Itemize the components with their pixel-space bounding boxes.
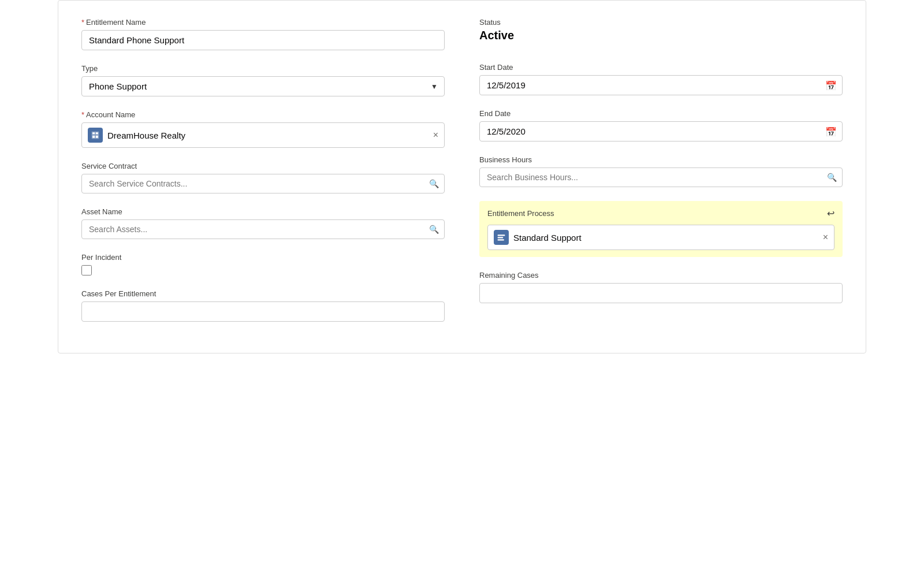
entitlement-process-label-row: Entitlement Process ↩ bbox=[487, 208, 834, 219]
right-column: Status Active Start Date 📅 End Date 📅 bbox=[479, 18, 843, 336]
required-star-2: * bbox=[81, 110, 84, 119]
service-contract-input[interactable] bbox=[81, 174, 445, 193]
type-select-wrapper: Phone Support Web Support Email Support … bbox=[81, 76, 445, 96]
left-column: *Entitlement Name Type Phone Support Web… bbox=[81, 18, 445, 336]
end-date-input[interactable] bbox=[479, 121, 843, 142]
svg-rect-2 bbox=[96, 132, 98, 134]
cases-per-entitlement-label: Cases Per Entitlement bbox=[81, 289, 445, 298]
start-date-input[interactable] bbox=[479, 75, 843, 95]
service-contract-group: Service Contract 🔍 bbox=[81, 162, 445, 193]
cases-per-entitlement-group: Cases Per Entitlement bbox=[81, 289, 445, 322]
business-hours-search-wrapper: 🔍 bbox=[479, 167, 843, 187]
cases-per-entitlement-input[interactable] bbox=[81, 301, 445, 322]
business-hours-input[interactable] bbox=[479, 167, 843, 187]
account-clear-button[interactable]: × bbox=[433, 131, 438, 140]
per-incident-checkbox[interactable] bbox=[81, 265, 92, 275]
form-container: *Entitlement Name Type Phone Support Web… bbox=[58, 0, 866, 353]
entitlement-process-value: Standard Support bbox=[513, 233, 813, 243]
asset-name-input[interactable] bbox=[81, 219, 445, 239]
start-date-wrapper: 📅 bbox=[479, 75, 843, 95]
service-contract-label: Service Contract bbox=[81, 162, 445, 170]
start-date-group: Start Date 📅 bbox=[479, 63, 843, 95]
asset-name-label: Asset Name bbox=[81, 207, 445, 216]
account-name-value: DreamHouse Realty bbox=[107, 131, 423, 140]
account-icon bbox=[88, 128, 103, 143]
entitlement-process-section: Entitlement Process ↩ Standard Support bbox=[479, 201, 843, 257]
type-select[interactable]: Phone Support Web Support Email Support bbox=[81, 76, 445, 96]
building-icon bbox=[91, 131, 100, 140]
per-incident-group: Per Incident bbox=[81, 253, 445, 275]
svg-rect-7 bbox=[498, 239, 504, 240]
status-group: Status Active bbox=[479, 18, 843, 42]
type-label: Type bbox=[81, 64, 445, 73]
remaining-cases-group: Remaining Cases bbox=[479, 271, 843, 303]
business-hours-group: Business Hours 🔍 bbox=[479, 155, 843, 187]
form-grid: *Entitlement Name Type Phone Support Web… bbox=[81, 18, 843, 336]
entitlement-process-reset-button[interactable]: ↩ bbox=[827, 208, 834, 219]
end-date-label: End Date bbox=[479, 109, 843, 118]
entitlement-process-clear-button[interactable]: × bbox=[823, 233, 828, 242]
end-date-wrapper: 📅 bbox=[479, 121, 843, 142]
asset-name-group: Asset Name 🔍 bbox=[81, 207, 445, 239]
svg-rect-5 bbox=[498, 234, 505, 236]
entitlement-name-group: *Entitlement Name bbox=[81, 18, 445, 50]
entitlement-process-label-text: Entitlement Process bbox=[487, 209, 554, 218]
asset-name-search-wrapper: 🔍 bbox=[81, 219, 445, 239]
business-hours-label: Business Hours bbox=[479, 155, 843, 164]
account-name-field[interactable]: DreamHouse Realty × bbox=[81, 122, 445, 148]
per-incident-checkbox-wrapper bbox=[81, 265, 445, 275]
required-star: * bbox=[81, 18, 84, 27]
remaining-cases-input[interactable] bbox=[479, 283, 843, 303]
entitlement-process-icon bbox=[494, 230, 509, 245]
process-icon bbox=[497, 233, 506, 242]
account-name-group: *Account Name DreamHouse Realty × bbox=[81, 110, 445, 148]
account-name-label: *Account Name bbox=[81, 110, 445, 119]
entitlement-name-label: *Entitlement Name bbox=[81, 18, 445, 27]
service-contract-search-wrapper: 🔍 bbox=[81, 174, 445, 193]
svg-rect-4 bbox=[96, 136, 98, 138]
svg-rect-1 bbox=[92, 132, 95, 134]
svg-rect-3 bbox=[92, 136, 95, 138]
start-date-label: Start Date bbox=[479, 63, 843, 72]
type-group: Type Phone Support Web Support Email Sup… bbox=[81, 64, 445, 96]
entitlement-process-group: Entitlement Process ↩ Standard Support bbox=[479, 201, 843, 257]
status-label: Status bbox=[479, 18, 843, 27]
per-incident-label: Per Incident bbox=[81, 253, 445, 262]
remaining-cases-label: Remaining Cases bbox=[479, 271, 843, 280]
end-date-group: End Date 📅 bbox=[479, 109, 843, 142]
entitlement-process-field[interactable]: Standard Support × bbox=[487, 225, 834, 250]
status-value: Active bbox=[479, 29, 843, 42]
entitlement-name-input[interactable] bbox=[81, 30, 445, 50]
svg-rect-6 bbox=[498, 237, 504, 238]
